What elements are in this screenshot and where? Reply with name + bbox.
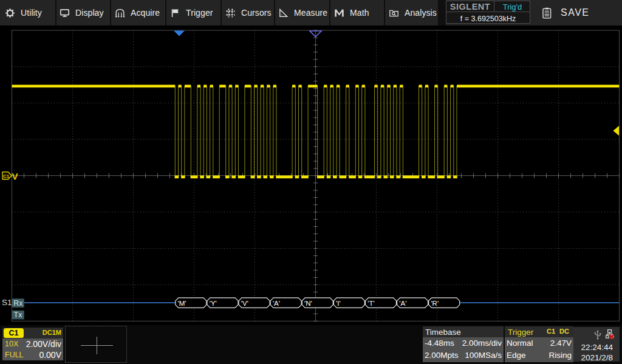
svg-text:Rx: Rx — [13, 299, 23, 308]
svg-text:V: V — [12, 171, 18, 181]
svg-text:'A': 'A' — [273, 300, 280, 307]
svg-text:'M': 'M' — [178, 300, 186, 307]
svg-text:'N': 'N' — [304, 300, 312, 307]
svg-text:'Y': 'Y' — [210, 300, 217, 307]
svg-text:Tx: Tx — [14, 311, 23, 319]
svg-text:'A': 'A' — [399, 300, 406, 307]
svg-text:'V': 'V' — [241, 300, 248, 307]
svg-text:'I': 'I' — [336, 300, 341, 307]
svg-text:S1: S1 — [2, 298, 12, 307]
svg-text:'R': 'R' — [431, 300, 439, 307]
svg-text:'T': 'T' — [367, 300, 374, 307]
svg-text:C1: C1 — [3, 174, 10, 179]
